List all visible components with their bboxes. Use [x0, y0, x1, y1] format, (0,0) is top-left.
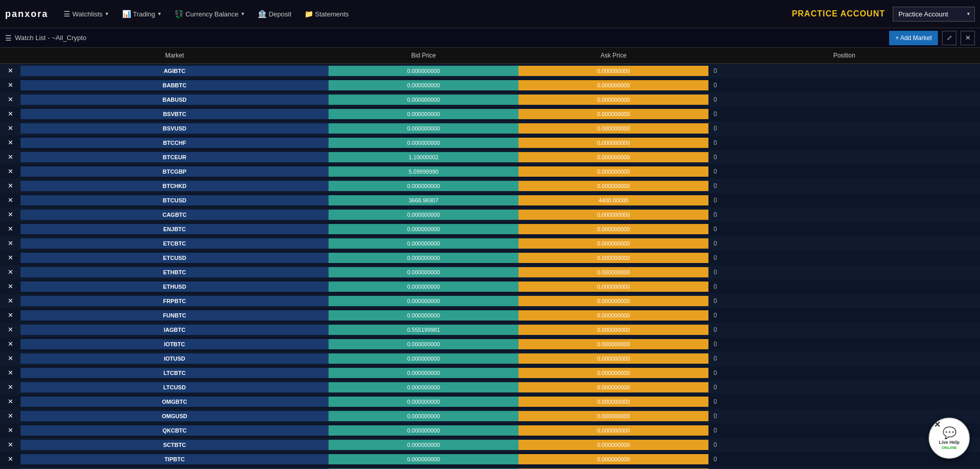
bid-cell[interactable]: 0.000000000	[329, 308, 518, 323]
bid-cell[interactable]: 0.000000000	[329, 438, 518, 452]
market-cell[interactable]: ETCBTC	[21, 236, 329, 251]
ask-cell[interactable]: 0.000000000	[518, 337, 708, 351]
ask-cell[interactable]: 0.000000000	[518, 452, 708, 466]
market-cell[interactable]: AGIBTC	[21, 64, 329, 78]
market-cell[interactable]: LTCBTC	[21, 366, 329, 380]
bid-cell[interactable]: 0.000000000	[329, 64, 518, 78]
bid-cell[interactable]: 0.000000000	[329, 107, 518, 121]
bid-cell[interactable]: 0.000000000	[329, 121, 518, 136]
ask-cell[interactable]: 4400.00000	[518, 193, 708, 208]
ask-cell[interactable]: 0.000000000	[518, 121, 708, 136]
remove-row-button[interactable]: ✕	[8, 67, 13, 74]
remove-row-button[interactable]: ✕	[8, 153, 13, 161]
bid-cell[interactable]: 0.000000000	[329, 78, 518, 92]
bid-cell[interactable]: 3668.96907	[329, 193, 518, 208]
nav-trading[interactable]: 📊 Trading ▼	[117, 7, 167, 21]
ask-cell[interactable]: 0.000000000	[518, 438, 708, 452]
ask-cell[interactable]: 0.000000000	[518, 208, 708, 222]
ask-cell[interactable]: 0.000000000	[518, 179, 708, 193]
market-cell[interactable]: TIPETH	[21, 466, 329, 470]
ask-cell[interactable]: 0.000000000	[518, 222, 708, 236]
bid-cell[interactable]: 0.000000000	[329, 395, 518, 409]
ask-cell[interactable]: 0.000000000	[518, 351, 708, 366]
remove-row-button[interactable]: ✕	[8, 398, 13, 405]
remove-row-button[interactable]: ✕	[8, 297, 13, 305]
bid-cell[interactable]: 0.000000000	[329, 251, 518, 265]
bid-cell[interactable]: 0.000000000	[329, 179, 518, 193]
remove-row-button[interactable]: ✕	[8, 354, 13, 362]
remove-row-button[interactable]: ✕	[8, 441, 13, 448]
ask-cell[interactable]: 0.000000000	[518, 236, 708, 251]
nav-deposit[interactable]: 🏦 Deposit	[253, 7, 296, 21]
ask-cell[interactable]: 0.000000000	[518, 64, 708, 78]
bid-cell[interactable]: 0.000000000	[329, 222, 518, 236]
remove-row-button[interactable]: ✕	[8, 239, 13, 247]
live-help-button[interactable]: ✕ 💬 Live Help ONLINE	[929, 418, 970, 459]
market-cell[interactable]: BSVBTC	[21, 107, 329, 121]
market-cell[interactable]: ETHBTC	[21, 265, 329, 279]
ask-cell[interactable]: 0.000000000	[518, 323, 708, 337]
market-cell[interactable]: ETCUSD	[21, 251, 329, 265]
bid-cell[interactable]: 0.000000000	[329, 466, 518, 470]
market-cell[interactable]: BTCGBP	[21, 164, 329, 179]
market-cell[interactable]: OMGUSD	[21, 409, 329, 423]
practice-account-dropdown[interactable]: Practice Account	[893, 7, 975, 22]
market-cell[interactable]: BTCHKD	[21, 179, 329, 193]
ask-cell[interactable]: 0.000000000	[518, 380, 708, 395]
market-cell[interactable]: IAGBTC	[21, 323, 329, 337]
market-cell[interactable]: TIPBTC	[21, 452, 329, 466]
add-market-button[interactable]: + Add Market	[889, 31, 938, 45]
ask-cell[interactable]: 0.000000000	[518, 107, 708, 121]
remove-row-button[interactable]: ✕	[8, 124, 13, 132]
bid-cell[interactable]: 0.555199981	[329, 323, 518, 337]
market-cell[interactable]: BTCEUR	[21, 150, 329, 164]
ask-cell[interactable]: 0.000000000	[518, 78, 708, 92]
bid-cell[interactable]: 0.000000000	[329, 409, 518, 423]
bid-cell[interactable]: 0.000000000	[329, 136, 518, 150]
market-cell[interactable]: OMGBTC	[21, 395, 329, 409]
remove-row-button[interactable]: ✕	[8, 96, 13, 103]
nav-currency-balance[interactable]: 💱 Currency Balance ▼	[169, 7, 250, 21]
remove-row-button[interactable]: ✕	[8, 211, 13, 218]
ask-cell[interactable]: 0.000000000	[518, 265, 708, 279]
market-cell[interactable]: CAGBTC	[21, 208, 329, 222]
market-cell[interactable]: BSVUSD	[21, 121, 329, 136]
remove-row-button[interactable]: ✕	[8, 268, 13, 276]
bid-cell[interactable]: 0.000000000	[329, 208, 518, 222]
bid-cell[interactable]: 0.000000000	[329, 236, 518, 251]
market-cell[interactable]: BABUSD	[21, 92, 329, 107]
ask-cell[interactable]: 0.000000000	[518, 251, 708, 265]
remove-row-button[interactable]: ✕	[8, 412, 13, 420]
practice-account-dropdown-wrapper[interactable]: Practice Account	[893, 7, 975, 22]
ask-cell[interactable]: 0.000000000	[518, 164, 708, 179]
remove-row-button[interactable]: ✕	[8, 383, 13, 391]
ask-cell[interactable]: 0.000000000	[518, 279, 708, 294]
ask-cell[interactable]: 0.000000000	[518, 466, 708, 470]
bid-cell[interactable]: 0.000000000	[329, 423, 518, 438]
bid-cell[interactable]: 0.000000000	[329, 380, 518, 395]
remove-row-button[interactable]: ✕	[8, 455, 13, 463]
market-cell[interactable]: BTCUSD	[21, 193, 329, 208]
market-cell[interactable]: IOTBTC	[21, 337, 329, 351]
market-cell[interactable]: SCTBTC	[21, 438, 329, 452]
remove-row-button[interactable]: ✕	[8, 225, 13, 233]
remove-row-button[interactable]: ✕	[8, 340, 13, 348]
remove-row-button[interactable]: ✕	[8, 283, 13, 290]
remove-row-button[interactable]: ✕	[8, 196, 13, 204]
remove-row-button[interactable]: ✕	[8, 326, 13, 333]
bid-cell[interactable]: 0.000000000	[329, 265, 518, 279]
remove-row-button[interactable]: ✕	[8, 311, 13, 319]
nav-statements[interactable]: 📁 Statements	[299, 7, 354, 21]
market-cell[interactable]: ETHUSD	[21, 279, 329, 294]
bid-cell[interactable]: 0.000000000	[329, 279, 518, 294]
remove-row-button[interactable]: ✕	[8, 167, 13, 175]
remove-row-button[interactable]: ✕	[8, 182, 13, 190]
market-cell[interactable]: IOTUSD	[21, 351, 329, 366]
bid-cell[interactable]: 0.000000000	[329, 92, 518, 107]
bid-cell[interactable]: 0.000000000	[329, 337, 518, 351]
live-help-close-icon[interactable]: ✕	[934, 420, 940, 429]
ask-cell[interactable]: 0.000000000	[518, 366, 708, 380]
bid-cell[interactable]: 5.09999990	[329, 164, 518, 179]
market-cell[interactable]: BTCCHF	[21, 136, 329, 150]
bid-cell[interactable]: 0.000000000	[329, 452, 518, 466]
